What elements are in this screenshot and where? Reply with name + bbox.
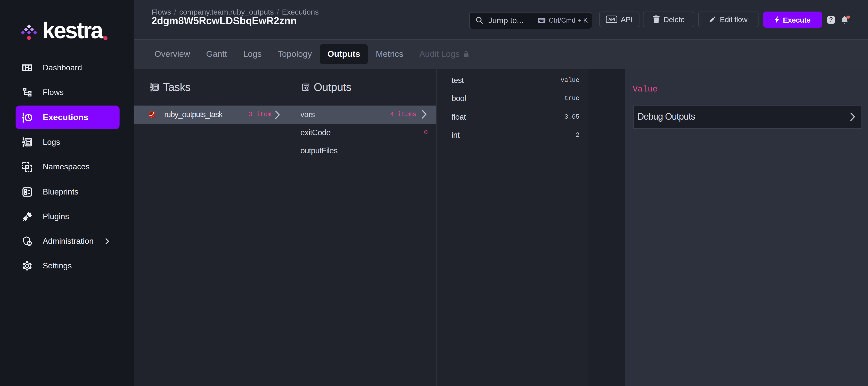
svg-text:API: API (608, 17, 615, 21)
